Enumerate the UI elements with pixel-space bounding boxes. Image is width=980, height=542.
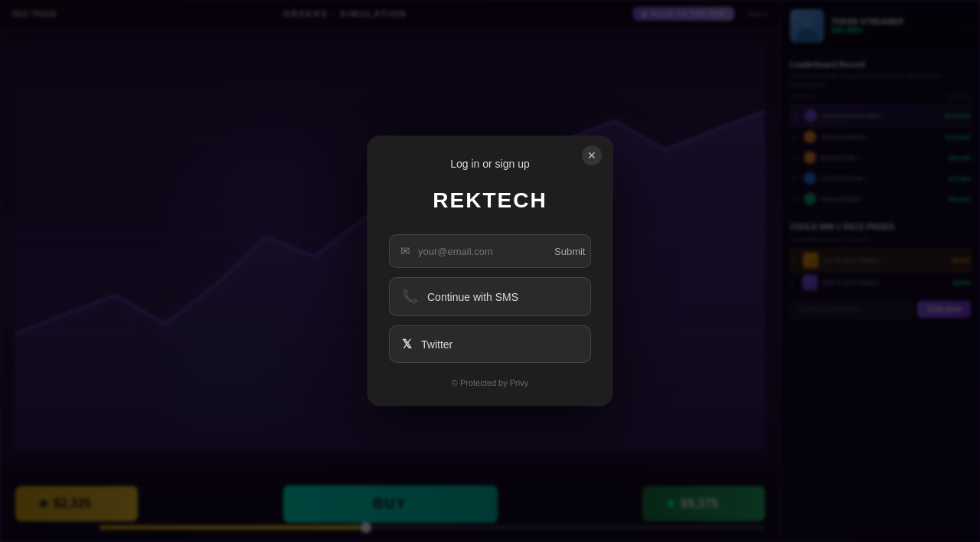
twitter-label: Twitter: [421, 338, 452, 351]
close-button[interactable]: ✕: [582, 145, 602, 165]
modal-overlay: ✕ Log in or sign up REKTECH ✉ Submit 📞 C…: [0, 0, 980, 542]
sms-button[interactable]: 📞 Continue with SMS: [389, 277, 591, 316]
email-input-row: ✉ Submit: [389, 234, 591, 268]
twitter-x-icon: 𝕏: [402, 337, 412, 351]
login-modal: ✕ Log in or sign up REKTECH ✉ Submit 📞 C…: [368, 136, 612, 406]
modal-footer: © Protected by Privy: [389, 378, 591, 387]
logo-tech: TECH: [482, 188, 547, 212]
submit-button[interactable]: Submit: [554, 246, 585, 257]
email-icon: ✉: [400, 244, 410, 258]
sms-label: Continue with SMS: [427, 291, 518, 303]
rektech-logo: REKTECH: [433, 188, 547, 213]
phone-icon: 📞: [402, 289, 418, 305]
logo-container: REKTECH: [389, 188, 591, 213]
email-field[interactable]: [418, 246, 547, 257]
twitter-button[interactable]: 𝕏 Twitter: [389, 325, 591, 363]
modal-title: Log in or sign up: [389, 158, 591, 170]
logo-rek: REK: [433, 188, 482, 212]
